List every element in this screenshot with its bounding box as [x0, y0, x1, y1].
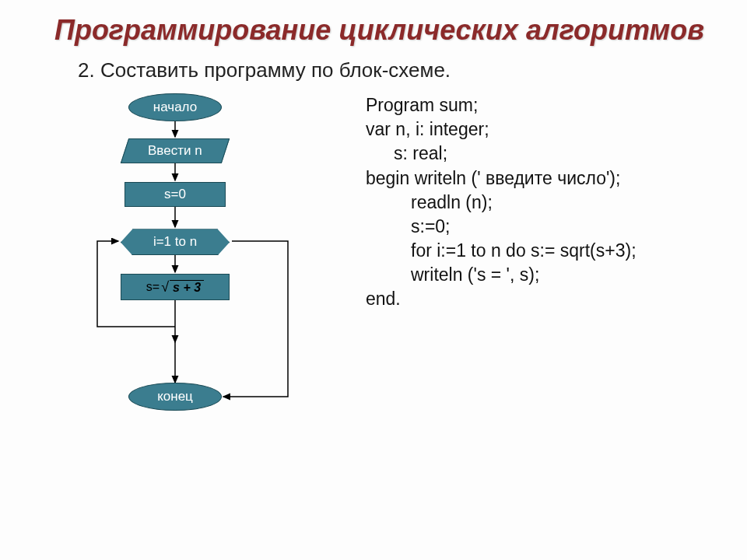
- code-line: readln (n);: [366, 191, 637, 215]
- code-line: s: real;: [366, 142, 637, 166]
- slide: Программирование циклических алгоритмов …: [0, 0, 747, 560]
- flow-init-label: s=0: [164, 187, 186, 202]
- task-text: 2. Составить программу по блок-схеме.: [78, 58, 716, 82]
- flow-loop-label: i=1 to n: [153, 234, 197, 250]
- flow-assign-prefix: s=: [146, 280, 160, 294]
- sqrt-icon: s + 3: [161, 279, 204, 296]
- code-line: end.: [366, 289, 401, 309]
- flow-start-label: начало: [153, 100, 197, 115]
- code-line: begin writeln (' введите число');: [366, 168, 620, 188]
- code-line: s:=0;: [366, 215, 637, 239]
- flow-input: Ввести n: [121, 138, 230, 163]
- flow-loop: i=1 to n: [121, 229, 230, 255]
- flowchart: начало Ввести n s=0 i=1 to n s= s + 3: [70, 93, 335, 451]
- content-row: начало Ввести n s=0 i=1 to n s= s + 3: [54, 93, 716, 451]
- flow-init: s=0: [124, 182, 226, 207]
- code-line: Program sum;: [366, 95, 478, 115]
- page-title: Программирование циклических алгоритмов: [54, 14, 716, 46]
- flow-assign-expr: s + 3: [170, 280, 204, 295]
- code-line: for i:=1 to n do s:= sqrt(s+3);: [366, 239, 637, 263]
- code-line: var n, i: integer;: [366, 119, 489, 139]
- code-line: writeln ('s = ', s);: [366, 263, 637, 287]
- flow-assign: s= s + 3: [121, 274, 230, 300]
- flow-end: конец: [128, 383, 222, 411]
- flow-end-label: конец: [157, 389, 193, 404]
- flow-start: начало: [128, 93, 222, 121]
- flow-input-label: Ввести n: [148, 143, 202, 159]
- code-block: Program sum; var n, i: integer; s: real;…: [366, 93, 637, 310]
